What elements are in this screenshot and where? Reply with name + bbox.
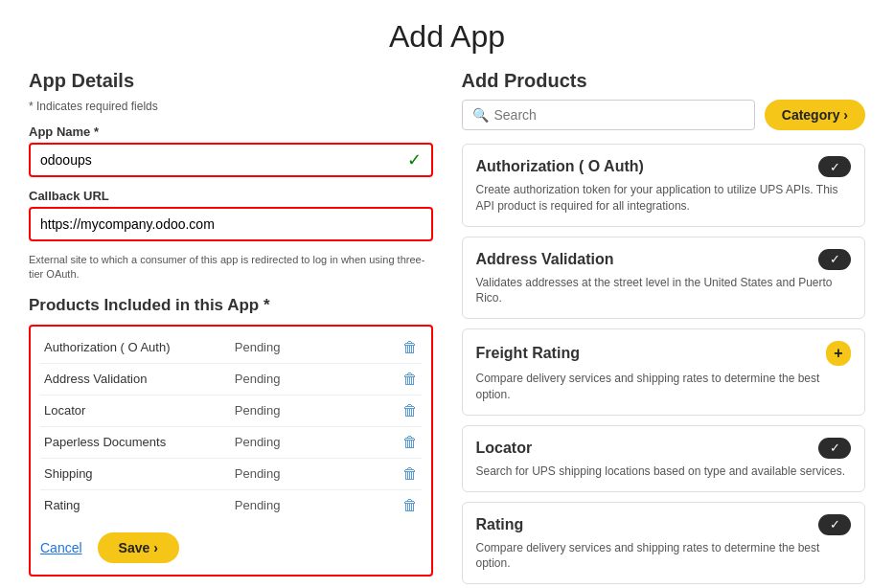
table-row: Authorization ( O Auth) Pending 🗑 xyxy=(40,332,422,364)
product-card-header: Freight Rating + xyxy=(476,341,852,366)
add-products-title: Add Products xyxy=(462,70,866,92)
product-card: Address Validation ✓ Validates addresses… xyxy=(462,237,866,320)
check-icon: ✓ xyxy=(830,441,840,455)
toggle-check-button[interactable]: ✓ xyxy=(818,514,851,535)
product-card-desc: Validates addresses at the street level … xyxy=(476,275,852,307)
product-status: Pending xyxy=(231,363,364,395)
toggle-check-button[interactable]: ✓ xyxy=(818,438,851,459)
callback-url-input[interactable] xyxy=(31,209,431,239)
right-panel: Add Products 🔍 Category › Authorization … xyxy=(462,70,866,588)
delete-icon[interactable]: 🗑 xyxy=(402,497,418,513)
product-card-name: Address Validation xyxy=(476,251,614,268)
delete-icon[interactable]: 🗑 xyxy=(402,339,418,355)
app-details-title: App Details xyxy=(29,70,433,92)
search-input[interactable] xyxy=(494,107,745,123)
delete-icon[interactable]: 🗑 xyxy=(402,465,418,482)
toggle-check-button[interactable]: ✓ xyxy=(818,156,851,177)
product-card-header: Rating ✓ xyxy=(476,514,852,535)
product-card-header: Locator ✓ xyxy=(476,438,852,459)
product-status: Pending xyxy=(231,426,364,458)
product-card-name: Locator xyxy=(476,440,533,457)
check-icon: ✓ xyxy=(830,252,840,266)
form-actions: Cancel Save › xyxy=(40,532,422,563)
table-row: Paperless Documents Pending 🗑 xyxy=(40,426,422,458)
page-title: Add App xyxy=(0,0,894,70)
callback-url-label: Callback URL xyxy=(29,189,433,203)
cancel-button[interactable]: Cancel xyxy=(40,540,82,555)
toggle-check-button[interactable]: ✓ xyxy=(818,249,851,270)
toggle-add-button[interactable]: + xyxy=(826,341,851,366)
product-name: Address Validation xyxy=(40,363,231,395)
products-included-title: Products Included in this App * xyxy=(29,296,433,315)
product-card-desc: Search for UPS shipping locations based … xyxy=(476,464,852,480)
product-status: Pending xyxy=(231,489,364,521)
products-table-wrapper: Authorization ( O Auth) Pending 🗑 Addres… xyxy=(29,325,433,577)
table-row: Locator Pending 🗑 xyxy=(40,395,422,426)
search-icon: 🔍 xyxy=(472,107,489,123)
product-name: Rating xyxy=(40,489,231,521)
search-row: 🔍 Category › xyxy=(462,100,866,130)
delete-icon[interactable]: 🗑 xyxy=(402,434,418,450)
table-row: Rating Pending 🗑 xyxy=(40,489,422,521)
table-row: Shipping Pending 🗑 xyxy=(40,458,422,489)
product-card-desc: Compare delivery services and shipping r… xyxy=(476,540,852,573)
product-status: Pending xyxy=(231,395,364,426)
product-card-name: Rating xyxy=(476,516,524,533)
product-card-header: Authorization ( O Auth) ✓ xyxy=(476,156,852,177)
check-icon: ✓ xyxy=(830,160,840,174)
save-button[interactable]: Save › xyxy=(98,532,179,563)
product-card-name: Freight Rating xyxy=(476,345,580,362)
product-card: Locator ✓ Search for UPS shipping locati… xyxy=(462,425,866,492)
table-row: Address Validation Pending 🗑 xyxy=(40,363,422,395)
required-note: * Indicates required fields xyxy=(29,100,433,113)
check-icon: ✓ xyxy=(407,149,422,170)
product-card: Rating ✓ Compare delivery services and s… xyxy=(462,502,866,585)
product-name: Authorization ( O Auth) xyxy=(40,332,231,364)
product-name: Paperless Documents xyxy=(40,426,231,458)
check-icon: ✓ xyxy=(830,517,840,531)
plus-icon: + xyxy=(834,345,842,362)
products-table: Authorization ( O Auth) Pending 🗑 Addres… xyxy=(40,332,422,521)
callback-note: External site to which a consumer of thi… xyxy=(29,253,433,283)
app-name-field-wrapper: ✓ xyxy=(29,143,433,177)
delete-icon[interactable]: 🗑 xyxy=(402,402,418,418)
product-name: Shipping xyxy=(40,458,231,489)
product-card: Freight Rating + Compare delivery servic… xyxy=(462,328,866,416)
app-name-input[interactable] xyxy=(31,145,431,175)
product-name: Locator xyxy=(40,395,231,426)
product-card-desc: Compare delivery services and shipping r… xyxy=(476,371,852,403)
product-cards-container: Authorization ( O Auth) ✓ Create authori… xyxy=(462,144,866,588)
delete-icon[interactable]: 🗑 xyxy=(402,371,418,387)
app-name-label: App Name * xyxy=(29,124,433,139)
product-status: Pending xyxy=(231,332,364,364)
product-card-name: Authorization ( O Auth) xyxy=(476,158,644,175)
product-card-desc: Create authorization token for your appl… xyxy=(476,182,852,215)
left-panel: App Details * Indicates required fields … xyxy=(29,70,433,588)
category-button[interactable]: Category › xyxy=(765,100,865,130)
product-status: Pending xyxy=(231,458,364,489)
search-wrapper: 🔍 xyxy=(462,100,755,130)
callback-url-field-wrapper xyxy=(29,207,433,241)
product-card-header: Address Validation ✓ xyxy=(476,249,852,270)
product-card: Authorization ( O Auth) ✓ Create authori… xyxy=(462,144,866,227)
